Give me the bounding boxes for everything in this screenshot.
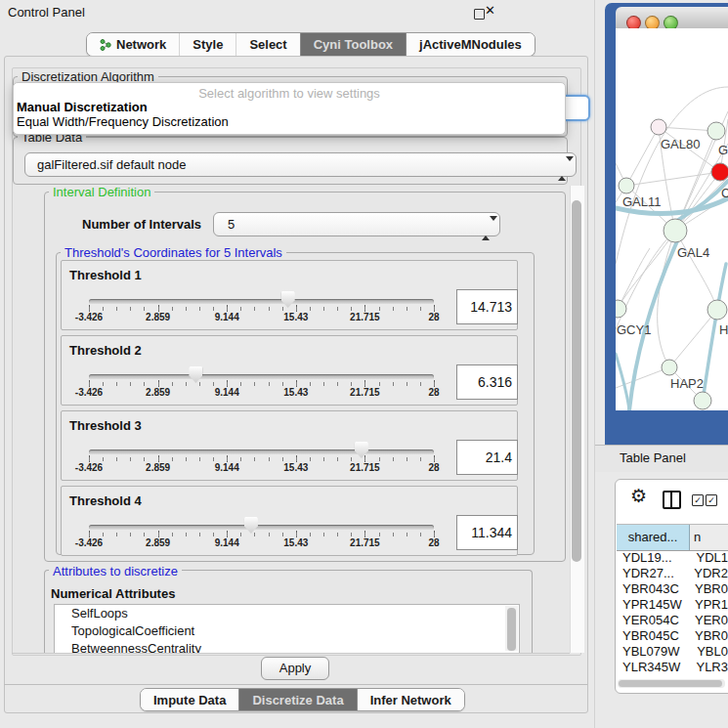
- spinner-arrows-icon[interactable]: [482, 217, 490, 232]
- table-row[interactable]: YDR27... YDR2: [617, 566, 728, 581]
- checkbox-icon[interactable]: ✓: [706, 494, 717, 506]
- threshold-value-field[interactable]: 11.344: [456, 515, 518, 550]
- float-window-icon[interactable]: [474, 9, 485, 20]
- network-node-gal11[interactable]: [619, 178, 634, 193]
- scale-tick-label: 21.715: [350, 462, 380, 473]
- split-columns-icon[interactable]: [663, 491, 681, 509]
- table-row[interactable]: YBL079W YBL0: [617, 644, 728, 660]
- threshold-value-field[interactable]: 6.316: [456, 364, 518, 400]
- tab-label: Select: [249, 37, 286, 52]
- slider-scale-labels: -3.4262.8599.14415.4321.71528: [89, 537, 434, 549]
- cell-name: YER0: [688, 613, 728, 628]
- network-window-titlebar[interactable]: [616, 7, 728, 29]
- scale-tick-label: -3.426: [75, 387, 103, 398]
- table-row[interactable]: YIL052C YIL0: [617, 675, 728, 678]
- network-node-label: GAL80: [661, 137, 700, 151]
- attribute-list-item[interactable]: SelfLoops: [55, 605, 519, 622]
- table-data-combobox[interactable]: galFiltered.sif default node: [24, 152, 577, 177]
- cell-shared-name: YDL19...: [617, 550, 689, 566]
- table-panel-title: Table Panel: [620, 450, 686, 465]
- cell-name: YBR0: [688, 628, 728, 644]
- network-node[interactable]: [694, 392, 711, 409]
- network-node-label: C: [721, 186, 728, 200]
- threshold-slider-track[interactable]: [89, 525, 434, 530]
- threshold-slider-track[interactable]: [89, 450, 434, 454]
- tab-style[interactable]: Style: [179, 33, 236, 56]
- settings-scrollbar-thumb[interactable]: [572, 200, 581, 562]
- threshold-value-field[interactable]: 14.713: [456, 289, 518, 324]
- table-hscrollbar-thumb[interactable]: [619, 680, 722, 687]
- slider-minor-ticks: [89, 382, 436, 386]
- scale-tick-label: 21.715: [350, 537, 380, 548]
- network-edge[interactable]: [675, 231, 717, 310]
- threshold-slider-track[interactable]: [89, 299, 434, 304]
- scale-tick-label: 15.43: [283, 537, 308, 548]
- table-row[interactable]: YLR345W YLR3: [617, 660, 728, 675]
- slider-minor-ticks: [89, 307, 436, 311]
- gear-icon[interactable]: ⚙: [630, 487, 647, 506]
- tab-infer-network[interactable]: Infer Network: [357, 689, 464, 710]
- divider: [12, 653, 570, 654]
- dropdown-option-equal-width-frequency[interactable]: Equal Width/Frequency Discretization: [17, 114, 229, 129]
- tab-cyni-toolbox[interactable]: Cyni Toolbox: [300, 33, 406, 56]
- combobox-arrows-icon[interactable]: [558, 157, 566, 172]
- threshold-label: Threshold 2: [69, 343, 142, 358]
- column-header-name[interactable]: n: [690, 525, 728, 550]
- cell-shared-name: YBR043C: [617, 581, 688, 597]
- slider-scale-labels: -3.4262.8599.14415.4321.71528: [89, 387, 434, 399]
- threshold-label: Threshold 3: [69, 418, 142, 433]
- scale-tick-label: -3.426: [75, 462, 103, 473]
- attributes-scrollbar-thumb[interactable]: [507, 608, 516, 651]
- network-canvas[interactable]: GAL80GCGAL11GAL4GCY1HHAP2: [616, 28, 728, 410]
- scale-tick-label: 15.43: [283, 312, 308, 322]
- tab-impute-data[interactable]: Impute Data: [141, 689, 238, 710]
- control-panel-tabs: NetworkStyleSelectCyni ToolboxjActiveMNo…: [86, 32, 535, 57]
- network-node-gal4[interactable]: [664, 219, 687, 242]
- tab-label: Network: [116, 37, 166, 52]
- apply-button[interactable]: Apply: [261, 657, 329, 680]
- cell-name: YDL1: [689, 550, 728, 566]
- table-row[interactable]: YBR045C YBR0: [617, 628, 728, 644]
- dropdown-option-manual-discretization[interactable]: Manual Discretization: [17, 100, 148, 114]
- network-node-label: HAP2: [670, 376, 704, 391]
- threshold-value-field[interactable]: 21.4: [456, 440, 518, 475]
- slider-scale-labels: -3.4262.8599.14415.4321.71528: [89, 312, 434, 323]
- column-header-shared-name[interactable]: shared...: [617, 525, 690, 550]
- tab-jactivemnodules[interactable]: jActiveMNodules: [406, 33, 535, 56]
- network-node-hap2[interactable]: [662, 360, 677, 375]
- tab-network[interactable]: Network: [87, 33, 179, 56]
- scale-tick-label: 2.859: [146, 537, 170, 548]
- network-edge[interactable]: [618, 248, 650, 309]
- tab-label: jActiveMNodules: [419, 37, 522, 52]
- tab-select[interactable]: Select: [236, 33, 299, 56]
- attribute-list-item[interactable]: BetweennessCentrality: [55, 640, 519, 654]
- close-icon[interactable]: ✕: [485, 3, 495, 18]
- cell-shared-name: YBR045C: [617, 628, 688, 644]
- tab-discretize-data[interactable]: Discretize Data: [238, 689, 356, 710]
- network-node-g[interactable]: [707, 122, 725, 140]
- table-row[interactable]: YPR145W YPR1: [617, 597, 728, 613]
- network-node-gal80[interactable]: [651, 119, 666, 135]
- network-node-gcy1[interactable]: [616, 300, 626, 318]
- numerical-attributes-label: Numerical Attributes: [51, 586, 175, 601]
- scale-tick-label: 28: [428, 312, 439, 322]
- threshold-slider-track[interactable]: [89, 374, 434, 379]
- network-graph[interactable]: GAL80GCGAL11GAL4GCY1HHAP2: [616, 28, 728, 410]
- attribute-list-item[interactable]: TopologicalCoefficient: [55, 622, 519, 640]
- network-edge-thick[interactable]: [616, 354, 629, 410]
- table-row[interactable]: YBR043C YBR0: [617, 581, 728, 597]
- table-row[interactable]: YDL19... YDL1: [617, 550, 728, 566]
- checkbox-icon[interactable]: ✓: [692, 494, 704, 506]
- control-panel-title: Control Panel: [8, 5, 85, 20]
- table-row[interactable]: YER054C YER0: [617, 613, 728, 628]
- scale-tick-label: -3.426: [75, 537, 103, 548]
- numerical-attributes-list[interactable]: SelfLoopsTopologicalCoefficientBetweenne…: [54, 604, 520, 654]
- slider-scale-labels: -3.4262.8599.14415.4321.71528: [89, 462, 434, 474]
- thresholds-group-label: Threshold's Coordinates for 5 Intervals: [61, 245, 286, 260]
- number-of-intervals-spinner[interactable]: 5: [213, 212, 500, 236]
- network-node-c[interactable]: [711, 163, 728, 181]
- dropdown-hint: Select algorithm to view settings: [14, 86, 565, 101]
- cell-name: YLR3: [689, 660, 728, 675]
- network-node-h[interactable]: [707, 300, 727, 320]
- scale-tick-label: 2.859: [146, 312, 170, 322]
